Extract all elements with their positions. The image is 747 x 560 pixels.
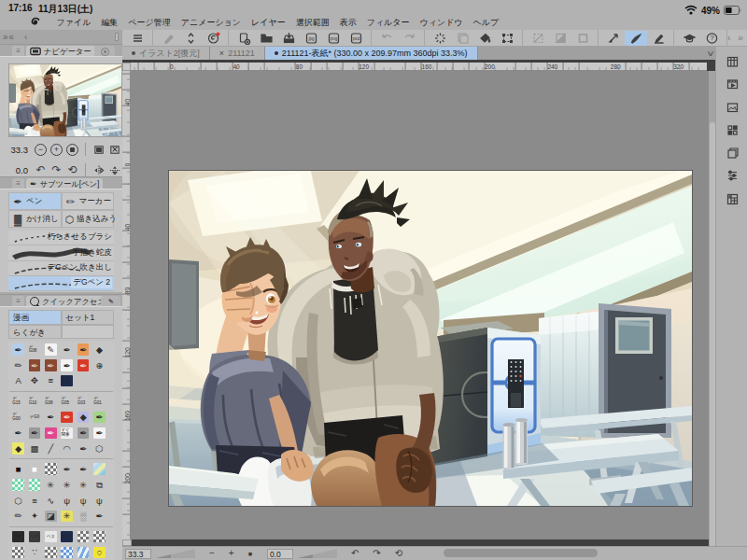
chevron-down-icon[interactable]: ∨	[706, 49, 714, 58]
qa-polyhedron2[interactable]: ⬡	[12, 495, 24, 507]
menu-item-0[interactable]: ファイル	[51, 16, 96, 30]
qa-marker[interactable]: ✏	[12, 359, 24, 371]
qa-dg00-pen[interactable]: デG00	[12, 412, 24, 424]
subtool-2[interactable]: ▓かけ消し	[8, 210, 62, 228]
qa-pen-orange[interactable]: ✒	[78, 343, 90, 356]
qa-kuchikomi[interactable]: すぐ関事	[61, 427, 73, 440]
qa-marker2[interactable]: ✏	[12, 511, 24, 523]
menu-item-9[interactable]: ヘルプ	[468, 16, 504, 30]
zoom-out-button[interactable]: −	[35, 144, 47, 156]
qa-pen7[interactable]: ✒	[78, 463, 90, 475]
qa-eraser-soft[interactable]: ◆	[78, 412, 90, 424]
subtool-3[interactable]: ⬡描き込みう	[62, 210, 115, 228]
qa-line-rows2[interactable]: ≡	[29, 495, 41, 507]
qa-dg01-pen[interactable]: デG01	[93, 396, 106, 408]
animation-panel-button[interactable]	[726, 77, 740, 91]
qa-fill-bucket[interactable]: ◆	[93, 343, 106, 356]
artwork-canvas[interactable]	[169, 171, 692, 506]
qa-pen8[interactable]: ✒	[93, 511, 106, 523]
zoom-out-button[interactable]: −	[209, 549, 215, 558]
qa-pen4[interactable]: ✒	[12, 427, 24, 440]
qa-pen3[interactable]: ✒	[45, 412, 57, 424]
qa-web-cursor[interactable]: ⊕	[93, 359, 106, 371]
qa-pencil[interactable]: ✎	[45, 343, 57, 356]
export-png-button[interactable]: png	[322, 31, 345, 46]
tutorial-button[interactable]	[678, 31, 700, 46]
qa-pen-green[interactable]: ✒	[93, 412, 106, 424]
qa-eraser-photo[interactable]: ◪	[45, 511, 57, 523]
qa-tone-green2[interactable]	[29, 479, 41, 491]
qa-checker-blue[interactable]	[61, 547, 73, 559]
menu-item-4[interactable]: レイヤー	[247, 16, 291, 30]
export-jpg-button[interactable]: jpg	[300, 31, 322, 46]
snap-ruler-button[interactable]	[602, 31, 625, 46]
qa-xstar3[interactable]: ✳	[78, 479, 90, 491]
qa-noise[interactable]: ░	[78, 511, 90, 523]
document-tab-1[interactable]: ×211121	[210, 47, 265, 60]
menu-item-3[interactable]: アニメーション	[176, 16, 246, 30]
export-psd-button[interactable]: psd	[345, 31, 367, 46]
subtool-brush-0[interactable]: 朽ちさせるブラシ	[8, 231, 114, 245]
qa-pen-red[interactable]: ✒	[78, 359, 90, 371]
qa-dgii-pen[interactable]: デGII	[29, 412, 41, 424]
clip-studio-logo-icon[interactable]	[28, 16, 42, 30]
qa-dg05-pen[interactable]: デG05	[61, 396, 73, 408]
image-panel-button[interactable]	[726, 100, 740, 114]
qa-pen-wave[interactable]: ∿	[45, 495, 57, 507]
edit-pen-button[interactable]	[157, 31, 179, 46]
rotate-slider[interactable]	[298, 549, 337, 558]
pattern-panel-button[interactable]	[726, 123, 740, 137]
qa-ribbon-brush[interactable]: リボ	[29, 531, 41, 543]
processing-button[interactable]	[429, 31, 451, 46]
reset-rotate-button[interactable]: ⟲	[395, 549, 402, 558]
back-button[interactable]: ‹	[24, 32, 26, 42]
qa-white-square[interactable]: ■	[29, 463, 41, 475]
qa-pen-brown2[interactable]: ✒	[45, 359, 57, 371]
qa-checker-bw2[interactable]	[93, 531, 106, 543]
zoom-value-box[interactable]: 33.3	[125, 549, 151, 559]
reset-rotate-button[interactable]: ⟲	[66, 164, 78, 176]
invert-selection-button[interactable]	[549, 31, 571, 46]
navigator-preview[interactable]	[9, 64, 121, 136]
qa-pen2[interactable]: ✒	[61, 343, 73, 356]
qa-screen-tone[interactable]: トみネセ	[61, 375, 73, 387]
qa-checker-bw[interactable]	[78, 531, 90, 543]
toolbar-overflow-right[interactable]: »	[738, 33, 743, 43]
qa-pen-gray2[interactable]: ✒	[78, 427, 90, 440]
save-button[interactable]	[277, 31, 300, 46]
subtool-brush-1[interactable]: 手描き蛇皮	[8, 245, 114, 260]
fill-button[interactable]	[473, 31, 496, 46]
grid-panel-button[interactable]	[726, 54, 740, 68]
qa-checker[interactable]	[45, 463, 57, 475]
qa-dither[interactable]: ▩	[29, 442, 41, 455]
qa-rainbow[interactable]	[93, 463, 106, 475]
zoom-in-button[interactable]: +	[229, 549, 234, 558]
qa-pen-white[interactable]: ✒	[61, 359, 73, 371]
help-button[interactable]: ?	[700, 31, 723, 46]
deselect-button[interactable]	[527, 31, 549, 46]
open-file-button[interactable]	[255, 31, 277, 46]
qa-polyhedron[interactable]: ⬡	[93, 442, 106, 455]
qa-curve[interactable]: ◠	[61, 442, 73, 455]
qa-dg08-pen2[interactable]: デG08	[45, 396, 57, 408]
copy-layer-button[interactable]	[451, 31, 473, 46]
document-tab-0[interactable]: イラスト2[復元]	[122, 47, 210, 60]
qa-sparkle[interactable]: ✦	[29, 511, 41, 523]
qa-grass3[interactable]: ψ	[93, 495, 106, 507]
qa-pen-red2[interactable]: ✒	[61, 412, 73, 424]
qa-pen5[interactable]: ✒	[78, 442, 90, 455]
qa-xstar2[interactable]: ✳	[61, 479, 73, 491]
layer-property-panel-button[interactable]	[726, 169, 740, 183]
canvas-viewport[interactable]	[131, 71, 709, 539]
qa-stripes-blue[interactable]	[78, 547, 90, 559]
qa-spray[interactable]: ∵	[29, 547, 41, 559]
flip-horizontal-button[interactable]	[92, 164, 106, 176]
qa-grass2[interactable]: ψ	[78, 495, 90, 507]
menu-item-1[interactable]: 編集	[96, 16, 123, 30]
flip-vertical-button[interactable]	[108, 164, 121, 176]
qa-dg08-pen[interactable]: デG08	[29, 343, 41, 356]
menu-item-8[interactable]: ウィンドウ	[415, 16, 468, 30]
quick-access-set-0[interactable]: 漫画	[8, 310, 62, 325]
subtool-brush-2[interactable]: デGペン 吹き出し	[8, 261, 114, 276]
qa-caution-yellow[interactable]: ✳	[61, 511, 73, 523]
